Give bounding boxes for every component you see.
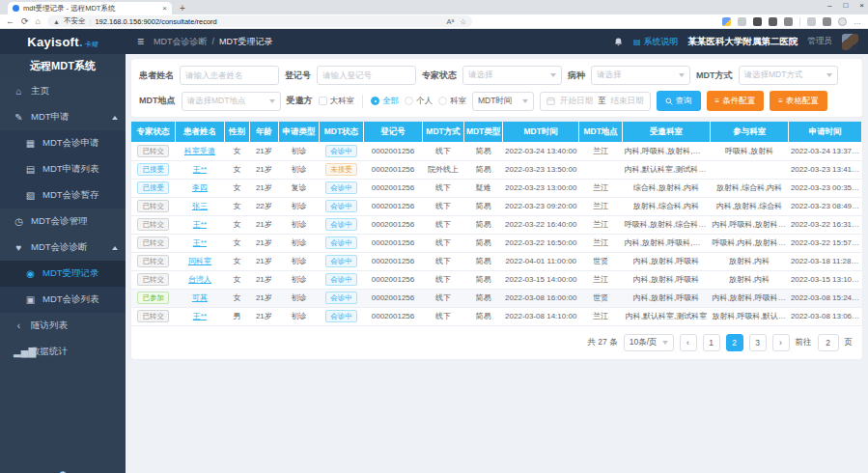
page-button-2[interactable]: 2: [726, 334, 743, 351]
patient-name-link[interactable]: 王**: [193, 165, 207, 174]
extension-icon[interactable]: [784, 17, 793, 26]
list-icon: ▤: [25, 164, 36, 175]
page-button-1[interactable]: 1: [703, 334, 720, 351]
page-button-3[interactable]: 3: [749, 334, 767, 351]
split-screen-icon[interactable]: [807, 17, 816, 26]
table-cell: 世贤: [578, 289, 622, 307]
sidebar-item-mdt-manage[interactable]: ◷MDT会诊管理: [0, 209, 126, 235]
date-start-placeholder: 开始日期: [560, 96, 593, 107]
extension-icon[interactable]: [769, 17, 777, 26]
profile-icon[interactable]: [838, 17, 847, 26]
expert-status-badge: 已参加: [137, 292, 169, 304]
read-aloud-icon[interactable]: Aᵃ: [446, 17, 454, 26]
disease-select[interactable]: 请选择: [591, 66, 690, 85]
sidebar-item-mdt-apply-draft[interactable]: ▧MDT会诊暂存: [0, 182, 126, 209]
mdt-mode-select[interactable]: 请选择MDT方式: [739, 66, 838, 85]
radio-dept[interactable]: 科室: [438, 96, 466, 107]
window-maximize-button[interactable]: □: [843, 1, 848, 10]
notification-bell-icon[interactable]: [613, 37, 624, 47]
radio-personal[interactable]: 个人: [405, 96, 433, 107]
goto-page-input[interactable]: [818, 334, 839, 351]
column-header: MDT类型: [463, 122, 503, 142]
prev-page-button[interactable]: ‹: [680, 334, 697, 351]
settings-gear-icon[interactable]: ⚙: [0, 469, 126, 473]
column-header: 参与科室: [710, 122, 789, 142]
table-cell: 会诊中: [320, 307, 363, 325]
condition-config-button[interactable]: ≡ 条件配置: [707, 91, 765, 111]
table-cell: 疑难: [463, 179, 503, 197]
table-row: 已转交王**女21岁初诊会诊中0002001256线下简易2022-03-22 …: [131, 234, 862, 252]
sidebar-item-home[interactable]: ⌂主页: [0, 78, 126, 104]
table-config-button[interactable]: ≡ 表格配置: [770, 91, 827, 111]
expert-status-select[interactable]: 请选择: [462, 66, 562, 85]
table-cell: 可其: [175, 289, 224, 307]
table-row: 已接受李四女21岁复诊会诊中0002001256线下疑难2022-03-23 1…: [131, 179, 862, 197]
patient-name-link[interactable]: 同科室: [188, 257, 211, 265]
home-icon[interactable]: ⌂: [36, 17, 41, 26]
extension-icon[interactable]: [753, 17, 762, 26]
extension-icon[interactable]: [738, 17, 746, 26]
patient-name-link[interactable]: 可其: [192, 293, 208, 302]
register-no-input[interactable]: [317, 66, 416, 85]
table-cell: 内科,放射科,呼吸科: [623, 289, 711, 307]
mdt-status-badge: 会诊中: [325, 310, 357, 322]
patient-name-link[interactable]: 科室受邀: [184, 147, 215, 155]
user-avatar[interactable]: [842, 34, 858, 50]
url-field[interactable]: ▲ 不安全 | 192.168.0.156:9002/consultate/re…: [47, 15, 472, 27]
next-page-button[interactable]: ›: [772, 334, 790, 351]
sidebar-item-mdt-diagnosis[interactable]: ♥MDT会诊诊断: [0, 235, 126, 261]
table-cell: 线下: [423, 270, 463, 289]
sidebar-item-follow-up[interactable]: ‹随访列表: [0, 313, 126, 339]
search-icon: [665, 97, 673, 105]
expert-status-label: 专家状态: [422, 70, 457, 82]
table-cell: 会诊中: [320, 142, 363, 160]
tab-close-icon[interactable]: ×: [162, 4, 167, 13]
patient-name-link[interactable]: 李四: [192, 183, 208, 192]
patient-name-link[interactable]: 台湾人: [188, 275, 211, 284]
browser-menu-icon[interactable]: …: [854, 17, 862, 26]
table-cell: 初诊: [278, 142, 319, 160]
sidebar-item-mdt-consult-list[interactable]: ▣MDT会诊列表: [0, 287, 126, 313]
page-size-select[interactable]: 10条/页: [624, 334, 674, 351]
sidebar-item-mdt-apply-form[interactable]: ▦MDT会诊申请: [0, 130, 126, 156]
reload-icon[interactable]: ⟳: [21, 17, 29, 26]
patient-name-link[interactable]: 王**: [193, 238, 207, 247]
major-dept-checkbox[interactable]: 大科室: [319, 96, 355, 107]
system-help-link[interactable]: ▤ 系统说明: [633, 36, 679, 48]
table-cell: 2022-03-08 15:24:58: [789, 289, 862, 307]
table-cell: 线下: [423, 307, 463, 325]
patient-name-link[interactable]: 王**: [193, 220, 207, 229]
patient-name-input[interactable]: [180, 66, 279, 85]
back-icon[interactable]: ←: [6, 17, 14, 26]
sidebar-item-mdt-apply-list[interactable]: ▤MDT申请列表: [0, 156, 126, 182]
system-title: 远程MDT系统: [0, 54, 126, 78]
new-tab-button[interactable]: +: [180, 3, 185, 14]
favorite-star-icon[interactable]: ☆: [460, 17, 466, 26]
table-cell: 女: [225, 179, 250, 197]
search-button[interactable]: 查询: [657, 91, 701, 111]
time-field-select[interactable]: MDT时间: [472, 92, 534, 111]
sidebar-item-mdt-record[interactable]: ◉MDT受理记录: [0, 261, 126, 287]
window-close-button[interactable]: ×: [859, 1, 864, 10]
toolbar-divider: [799, 17, 800, 26]
breadcrumb-parent[interactable]: MDT会诊诊断: [154, 36, 208, 48]
table-cell: 女: [225, 197, 250, 215]
window-minimize-button[interactable]: –: [827, 1, 831, 10]
table-cell: 复诊: [278, 179, 319, 197]
extension-icon[interactable]: [722, 17, 731, 26]
table-cell: 初诊: [278, 215, 319, 234]
patient-name-link[interactable]: 张三: [192, 202, 208, 210]
date-range-picker[interactable]: 开始日期 至 结束日期: [540, 92, 651, 111]
table-cell: 初诊: [278, 307, 319, 325]
table-cell: 兰江: [578, 307, 622, 325]
patient-name-link[interactable]: 王**: [193, 312, 207, 320]
menu-collapse-icon[interactable]: ≡: [137, 35, 144, 48]
home-icon: ⌂: [14, 86, 24, 97]
mdt-place-select[interactable]: 请选择MDT地点: [182, 92, 281, 111]
collections-icon[interactable]: [823, 17, 831, 26]
sidebar-item-statistics[interactable]: ▂▅▇数据统计: [0, 339, 126, 365]
radio-all[interactable]: 全部: [371, 96, 399, 107]
table-cell: 21岁: [249, 270, 278, 289]
sidebar-item-mdt-apply[interactable]: ✎MDT申请: [0, 104, 126, 130]
browser-tab[interactable]: mdt受理记录 - 远程MDT系统 ×: [8, 2, 172, 14]
